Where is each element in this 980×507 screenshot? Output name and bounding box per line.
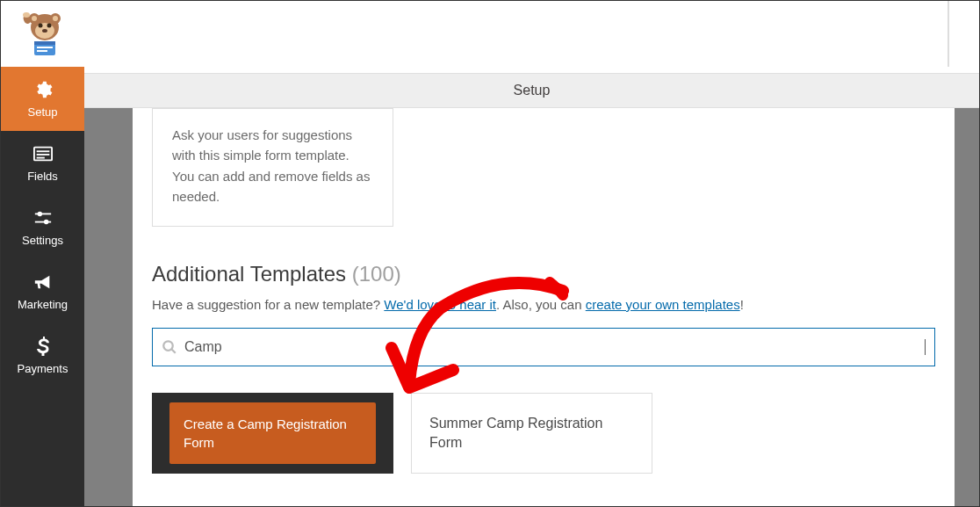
sidebar-item-label: Setup [28, 105, 58, 119]
top-bar [1, 1, 949, 67]
bullhorn-icon [32, 272, 54, 293]
sidebar-item-marketing[interactable]: Marketing [1, 259, 84, 323]
sidebar-item-label: Marketing [18, 298, 68, 311]
svg-point-5 [53, 16, 58, 21]
additional-templates-heading: Additional Templates (100) [152, 262, 935, 286]
svg-point-8 [42, 29, 47, 33]
template-description: Ask your users for suggestions with this… [172, 127, 370, 204]
sidebar-item-label: Payments [18, 362, 68, 375]
svg-rect-19 [34, 214, 50, 215]
text-cursor [925, 339, 926, 355]
additional-templates-subtext: Have a suggestion for a new template? We… [152, 297, 935, 312]
template-result-card[interactable]: Summer Camp Registration Form [411, 393, 652, 474]
svg-point-4 [32, 16, 37, 21]
gear-icon [32, 79, 54, 100]
svg-rect-18 [36, 157, 44, 159]
sidebar-item-label: Fields [27, 170, 58, 183]
svg-point-23 [163, 341, 173, 351]
main-panel: Ask your users for suggestions with this… [133, 108, 955, 506]
sidebar-item-label: Settings [22, 234, 63, 247]
suggestion-link[interactable]: We'd love to hear it [384, 297, 496, 312]
svg-point-21 [37, 212, 42, 217]
create-own-link[interactable]: create your own templates [586, 297, 740, 312]
svg-rect-12 [37, 50, 47, 52]
create-template-button[interactable]: Create a Camp Registration Form [169, 402, 376, 464]
template-result-label: Summer Camp Registration Form [429, 414, 634, 453]
search-icon [162, 339, 177, 355]
templates-count: (100) [352, 262, 401, 286]
sidebar: Setup Fields Settings Marketing Payments [1, 67, 84, 506]
suggestion-template-card[interactable]: Ask your users for suggestions with this… [152, 108, 393, 227]
svg-point-7 [47, 23, 52, 27]
svg-point-22 [43, 220, 47, 225]
page-title-bar: Setup [84, 73, 979, 108]
svg-point-14 [23, 12, 30, 18]
svg-rect-11 [37, 47, 53, 48]
sliders-icon [32, 207, 54, 228]
search-input[interactable] [184, 339, 926, 355]
template-search[interactable] [152, 328, 935, 366]
sidebar-item-payments[interactable]: Payments [1, 323, 84, 387]
sidebar-item-settings[interactable]: Settings [1, 195, 84, 259]
mascot-logo [18, 8, 71, 61]
template-results: Create a Camp Registration Form Summer C… [152, 393, 935, 474]
svg-rect-17 [36, 154, 49, 156]
svg-rect-10 [34, 41, 55, 45]
svg-line-24 [171, 349, 176, 353]
svg-rect-16 [36, 150, 49, 152]
list-icon [32, 143, 54, 164]
page-title: Setup [514, 83, 551, 98]
svg-point-6 [39, 23, 43, 27]
sidebar-item-setup[interactable]: Setup [1, 67, 84, 131]
dollar-icon [32, 336, 54, 357]
sidebar-item-fields[interactable]: Fields [1, 131, 84, 195]
create-template-card[interactable]: Create a Camp Registration Form [152, 393, 393, 474]
